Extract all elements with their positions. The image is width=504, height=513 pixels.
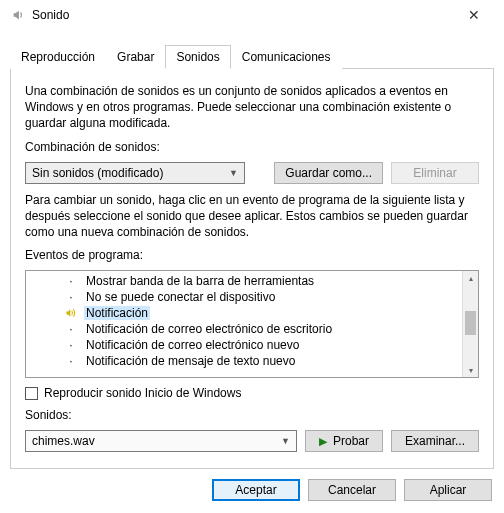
tab-label: Sonidos xyxy=(176,50,219,64)
events-instructions: Para cambiar un sonido, haga clic en un … xyxy=(25,192,479,241)
sound-icon xyxy=(64,307,78,319)
tree-bullet: · xyxy=(64,338,78,352)
scroll-thumb[interactable] xyxy=(465,311,476,335)
delete-button[interactable]: Eliminar xyxy=(391,162,479,184)
speaker-icon xyxy=(10,7,26,23)
startup-sound-checkbox[interactable] xyxy=(25,387,38,400)
program-events-tree: · Mostrar banda de la barra de herramien… xyxy=(25,270,479,378)
tab-label: Reproducción xyxy=(21,50,95,64)
chevron-down-icon: ▼ xyxy=(281,436,290,446)
startup-sound-label: Reproducir sonido Inicio de Windows xyxy=(44,386,241,400)
tree-bullet: · xyxy=(64,290,78,304)
tree-inner: · Mostrar banda de la barra de herramien… xyxy=(26,271,462,377)
button-label: Guardar como... xyxy=(285,166,372,180)
tree-item-label: No se puede conectar el dispositivo xyxy=(84,290,277,304)
close-button[interactable]: ✕ xyxy=(454,2,494,28)
tree-item[interactable]: · No se puede conectar el dispositivo xyxy=(26,289,462,305)
events-label: Eventos de programa: xyxy=(25,248,479,262)
window-title: Sonido xyxy=(32,8,69,22)
button-label: Eliminar xyxy=(413,166,456,180)
sound-dialog: Sonido ✕ Reproducción Grabar Sonidos Com… xyxy=(0,0,504,513)
play-button[interactable]: ▶ Probar xyxy=(305,430,383,452)
sound-select[interactable]: chimes.wav ▼ xyxy=(25,430,297,452)
dialog-footer: Aceptar Cancelar Aplicar xyxy=(0,469,504,513)
save-as-button[interactable]: Guardar como... xyxy=(274,162,383,184)
tree-item-label: Notificación de mensaje de texto nuevo xyxy=(84,354,297,368)
tab-bar: Reproducción Grabar Sonidos Comunicacion… xyxy=(10,44,494,69)
startup-sound-row: Reproducir sonido Inicio de Windows xyxy=(25,386,479,400)
scroll-down-icon[interactable]: ▾ xyxy=(463,363,478,377)
tree-bullet: · xyxy=(64,322,78,336)
ok-button[interactable]: Aceptar xyxy=(212,479,300,501)
scheme-select-value: Sin sonidos (modificado) xyxy=(32,166,163,180)
cancel-button[interactable]: Cancelar xyxy=(308,479,396,501)
scheme-description: Una combinación de sonidos es un conjunt… xyxy=(25,83,479,132)
scroll-up-icon[interactable]: ▴ xyxy=(463,271,478,285)
scheme-row: Sin sonidos (modificado) ▼ Guardar como.… xyxy=(25,162,479,184)
apply-button[interactable]: Aplicar xyxy=(404,479,492,501)
tree-item[interactable]: · Mostrar banda de la barra de herramien… xyxy=(26,273,462,289)
tree-item-label: Notificación de correo electrónico nuevo xyxy=(84,338,301,352)
sound-row: chimes.wav ▼ ▶ Probar Examinar... xyxy=(25,430,479,452)
tree-item[interactable]: · Notificación de correo electrónico nue… xyxy=(26,337,462,353)
button-label: Aplicar xyxy=(430,483,467,497)
tab-communications[interactable]: Comunicaciones xyxy=(231,45,342,69)
tab-label: Comunicaciones xyxy=(242,50,331,64)
sound-select-value: chimes.wav xyxy=(32,434,95,448)
titlebar: Sonido ✕ xyxy=(0,0,504,30)
tab-playback[interactable]: Reproducción xyxy=(10,45,106,69)
tab-label: Grabar xyxy=(117,50,154,64)
tree-scrollbar[interactable]: ▴ ▾ xyxy=(462,271,478,377)
tree-item[interactable]: Notificación xyxy=(26,305,462,321)
tab-sounds[interactable]: Sonidos xyxy=(165,45,230,69)
dialog-body: Reproducción Grabar Sonidos Comunicacion… xyxy=(0,30,504,469)
play-button-label: Probar xyxy=(333,434,369,448)
tree-item[interactable]: · Notificación de correo electrónico de … xyxy=(26,321,462,337)
tree-item-label: Mostrar banda de la barra de herramienta… xyxy=(84,274,316,288)
tab-recording[interactable]: Grabar xyxy=(106,45,165,69)
chevron-down-icon: ▼ xyxy=(229,168,238,178)
tree-bullet: · xyxy=(64,274,78,288)
tree-item[interactable]: · Notificación de mensaje de texto nuevo xyxy=(26,353,462,369)
tab-sounds-content: Una combinación de sonidos es un conjunt… xyxy=(10,69,494,469)
scheme-select[interactable]: Sin sonidos (modificado) ▼ xyxy=(25,162,245,184)
browse-button[interactable]: Examinar... xyxy=(391,430,479,452)
scheme-label: Combinación de sonidos: xyxy=(25,140,479,154)
play-icon: ▶ xyxy=(319,435,327,448)
button-label: Examinar... xyxy=(405,434,465,448)
button-label: Aceptar xyxy=(235,483,276,497)
tree-bullet: · xyxy=(64,354,78,368)
tree-item-label: Notificación de correo electrónico de es… xyxy=(84,322,334,336)
tree-item-label: Notificación xyxy=(84,306,150,320)
sound-label: Sonidos: xyxy=(25,408,479,422)
button-label: Cancelar xyxy=(328,483,376,497)
